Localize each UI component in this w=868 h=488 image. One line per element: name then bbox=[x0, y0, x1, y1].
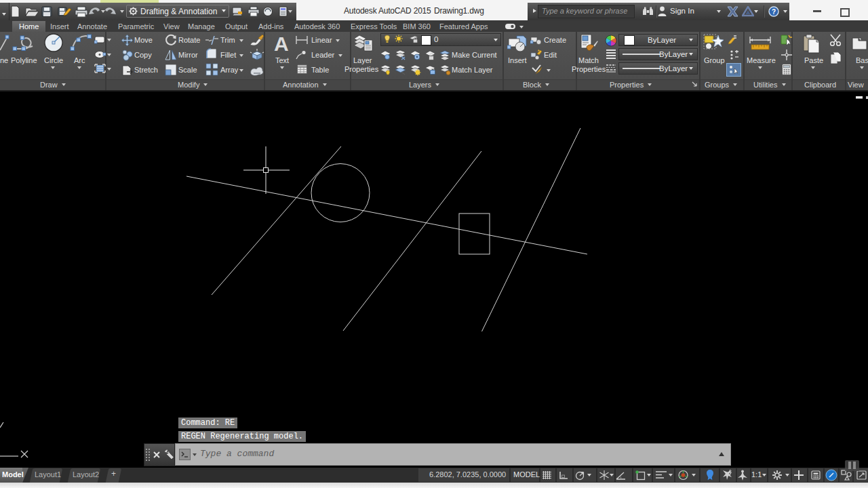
svg-text:?: ? bbox=[772, 8, 776, 16]
